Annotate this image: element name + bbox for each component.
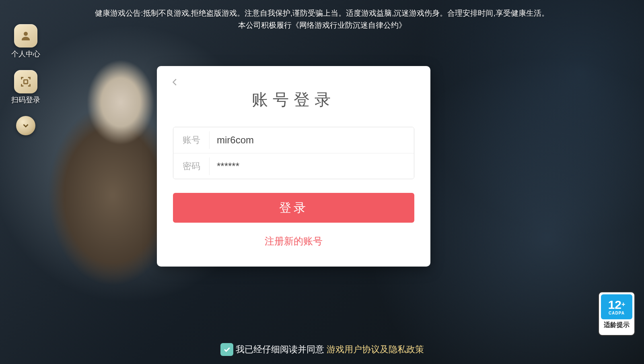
age-inner: 12+ CADPA: [601, 294, 632, 319]
password-row: 密码: [173, 153, 414, 179]
login-button[interactable]: 登录: [173, 193, 414, 223]
consent-link[interactable]: 游戏用户协议及隐私政策: [327, 343, 424, 356]
consent-prefix: 我已经仔细阅读并同意: [236, 343, 324, 356]
login-panel: 账号登录 账号 密码 登录 注册新的账号: [157, 66, 430, 267]
svg-point-0: [24, 32, 28, 36]
age-label: 适龄提示: [604, 321, 630, 329]
side-button-column: 个人中心 扫码登录: [11, 24, 40, 135]
password-label: 密码: [173, 157, 210, 175]
account-input[interactable]: [210, 127, 414, 153]
back-button[interactable]: [171, 75, 179, 91]
notice-line-1: 健康游戏公告:抵制不良游戏,拒绝盗版游戏。注意自我保护,谨防受骗上当。适度游戏益…: [0, 7, 644, 19]
consent-row: 我已经仔细阅读并同意 游戏用户协议及隐私政策: [0, 343, 644, 356]
collapse-button[interactable]: [16, 116, 35, 135]
qr-login-label: 扫码登录: [11, 95, 40, 105]
age-cadpa: CADPA: [609, 311, 625, 315]
age-plus: +: [621, 300, 625, 307]
qr-icon: [14, 70, 37, 93]
login-title: 账号登录: [173, 89, 414, 111]
age-rating-badge[interactable]: 12+ CADPA 适龄提示: [598, 292, 635, 336]
account-row: 账号: [173, 127, 414, 153]
person-icon: [14, 24, 37, 48]
input-group: 账号 密码: [173, 127, 414, 179]
age-number: 12: [608, 298, 621, 311]
register-link[interactable]: 注册新的账号: [173, 235, 414, 248]
personal-center-button[interactable]: 个人中心: [11, 24, 40, 59]
consent-checkbox[interactable]: [220, 343, 233, 356]
personal-center-label: 个人中心: [11, 49, 40, 59]
svg-rect-1: [24, 80, 27, 83]
account-label: 账号: [173, 131, 210, 149]
chevron-left-icon: [171, 75, 179, 89]
health-notice: 健康游戏公告:抵制不良游戏,拒绝盗版游戏。注意自我保护,谨防受骗上当。适度游戏益…: [0, 7, 644, 32]
password-input[interactable]: [210, 153, 414, 179]
check-icon: [223, 345, 231, 354]
chevron-down-icon: [21, 121, 30, 130]
notice-line-2: 本公司积极履行《网络游戏行业防沉迷自律公约》: [0, 19, 644, 31]
qr-login-button[interactable]: 扫码登录: [11, 70, 40, 105]
